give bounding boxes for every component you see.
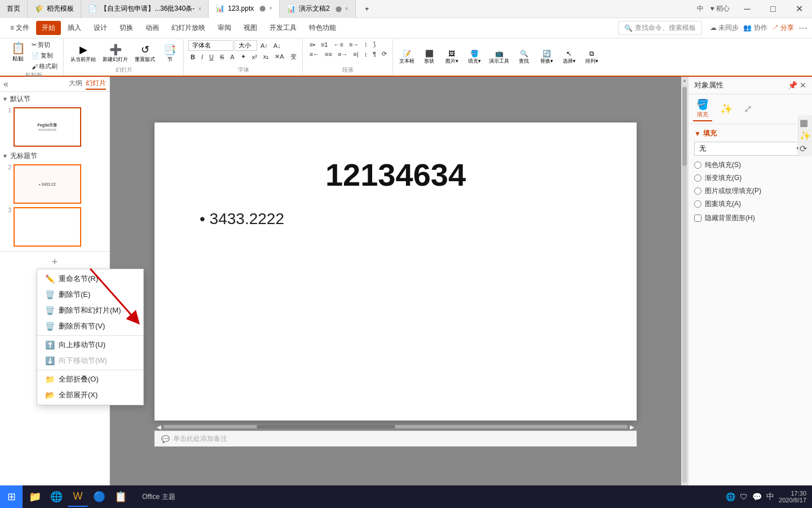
v-scroll-track[interactable] — [682, 86, 687, 483]
slide-2-thumb[interactable]: 2 • 3433.22 — [0, 163, 109, 205]
numbered-list-button[interactable]: ≡1 — [319, 41, 330, 49]
section-1-header[interactable]: ▼ 默认节 — [0, 92, 109, 106]
slide-2-thumbnail[interactable]: • 3433.22 — [14, 164, 81, 204]
taskbar-wechat-icon[interactable]: 💬 — [752, 492, 762, 501]
italic-button[interactable]: I — [199, 53, 205, 61]
size-panel-btn[interactable]: ⤢ — [740, 101, 756, 117]
tab-doc-close-icon[interactable]: × — [198, 6, 201, 12]
present-tools-button[interactable]: 📺 演示工具 — [487, 49, 511, 66]
gradient-fill-option[interactable]: 渐变填充(G) — [694, 173, 806, 183]
paste-button[interactable]: 📋 粘贴 — [8, 40, 28, 64]
ctx-rename[interactable]: ✏️ 重命名节(R) — [37, 271, 143, 287]
collab-btn[interactable]: 👥 协作 — [743, 23, 767, 33]
tab-pptx[interactable]: 📊 123.pptx ⬤ × — [209, 0, 280, 18]
taskbar-explorer[interactable]: 📁 — [25, 487, 45, 507]
strikethrough-button[interactable]: S — [218, 53, 226, 61]
scroll-up-arrow[interactable]: ▲ — [681, 77, 688, 84]
sidebar-collapse-left[interactable]: « — [3, 79, 8, 89]
taskbar-app4[interactable]: 🔵 — [89, 487, 109, 507]
tab-slides[interactable]: 幻灯片 — [86, 78, 106, 90]
close-button[interactable]: ✕ — [786, 0, 812, 18]
close-panel-icon[interactable]: ✕ — [800, 81, 806, 90]
slide-canvas[interactable]: 12134634 3433.2222 — [155, 122, 637, 421]
fill-section-header[interactable]: ▼ 填充 — [694, 129, 806, 138]
pin-icon[interactable]: 📌 — [788, 81, 797, 90]
bullet-list-button[interactable]: ≡• — [307, 41, 317, 49]
taskbar-ie[interactable]: 🌐 — [46, 487, 67, 507]
align-left-button[interactable]: ≡← — [307, 50, 321, 58]
picture-fill-option[interactable]: 图片或纹理填充(P) — [694, 186, 806, 196]
picture-fill-radio[interactable] — [694, 187, 701, 195]
font-size-selector[interactable]: 大小 — [235, 40, 257, 51]
v-scroll-thumb[interactable] — [682, 87, 687, 166]
image-button[interactable]: 🖼 图片▾ — [442, 49, 462, 66]
align-center-button[interactable]: ≡≡ — [323, 50, 334, 58]
decrease-indent-button[interactable]: ←≡ — [332, 41, 346, 49]
line-spacing-button[interactable]: ↕ — [362, 50, 370, 58]
solid-fill-radio[interactable] — [694, 161, 701, 169]
fill-panel-btn[interactable]: 🪣 填充 — [693, 97, 712, 121]
tab-pptx2[interactable]: 📊 演示文稿2 ⬤ × — [280, 0, 356, 18]
tab-pptx2-close-icon[interactable]: × — [345, 6, 348, 12]
subscript-button[interactable]: x₂ — [261, 52, 271, 61]
slide-1-thumb[interactable]: 1 FegSe方形 XXXXXXXX — [0, 106, 109, 148]
tab-outline[interactable]: 大纲 — [69, 78, 82, 90]
menu-animation[interactable]: 动画 — [140, 21, 165, 35]
paragraph-spacing-button[interactable]: ¶ — [370, 50, 378, 58]
slide-1-thumbnail[interactable]: FegSe方形 XXXXXXXX — [14, 107, 81, 147]
replace-button[interactable]: 🔄 替换▾ — [536, 49, 557, 66]
solid-fill-option[interactable]: 纯色填充(S) — [694, 160, 806, 170]
clear-format-button[interactable]: ✕A — [272, 52, 286, 61]
font-name-selector[interactable]: 字体名 — [188, 40, 233, 51]
pattern-fill-radio[interactable] — [694, 200, 701, 208]
share-btn[interactable]: ↗ 分享 — [772, 23, 794, 33]
gradient-fill-radio[interactable] — [694, 174, 701, 182]
start-button[interactable]: ⊞ — [0, 485, 23, 508]
superscript-button[interactable]: x² — [250, 53, 259, 61]
lang-switch[interactable]: 中 — [697, 4, 704, 14]
maximize-button[interactable]: □ — [760, 0, 786, 18]
more-btn[interactable]: ⋯ — [798, 23, 807, 33]
effect-panel-btn[interactable]: ✨ — [717, 101, 736, 117]
menu-view[interactable]: 视图 — [238, 21, 263, 35]
reset-layout-button[interactable]: ↺ 重置版式 — [133, 42, 157, 64]
section-2-header[interactable]: ▼ 无标题节 — [0, 149, 109, 163]
new-tab-button[interactable]: + — [356, 0, 378, 18]
taskbar-antivirus-icon[interactable]: 🛡 — [740, 492, 748, 501]
text-box-button[interactable]: 📝 文本框 — [396, 49, 417, 66]
scroll-left-arrow[interactable]: ◀ — [157, 424, 161, 430]
justify-button[interactable]: ≡| — [351, 50, 360, 58]
highlight-button[interactable]: ✦ — [239, 52, 248, 61]
ctx-delete-section[interactable]: 🗑️ 删除节(E) — [37, 287, 143, 303]
select-button[interactable]: ↖ 选择▾ — [559, 49, 579, 66]
menu-slideshow[interactable]: 幻灯片放映 — [166, 21, 211, 35]
align-right-button[interactable]: ≡→ — [336, 50, 350, 58]
taskbar-input-icon[interactable]: 中 — [766, 492, 774, 502]
tab-template[interactable]: 🌾 稻壳模板 — [28, 0, 81, 18]
ctx-delete-section-slides[interactable]: 🗑️ 删除节和幻灯片(M) — [37, 303, 143, 318]
menu-insert[interactable]: 插入 — [62, 21, 87, 35]
v-scrollbar[interactable]: ▲ ▼ — [681, 77, 688, 492]
pattern-fill-option[interactable]: 图案填充(A) — [694, 199, 806, 209]
menu-design[interactable]: 设计 — [88, 21, 113, 35]
side-icon-1[interactable]: ▦ — [800, 117, 811, 128]
fill-type-dropdown[interactable]: 无 ▼ — [694, 142, 806, 156]
menu-special[interactable]: 特色功能 — [303, 21, 342, 35]
text-direction-button[interactable]: ⟆ — [371, 40, 378, 49]
side-icon-3[interactable]: ⟳ — [800, 143, 811, 154]
font-size-decrease[interactable]: A↓ — [271, 42, 283, 50]
taskbar-wps[interactable]: W — [68, 487, 88, 507]
ctx-move-up[interactable]: ⬆️ 向上移动节(U) — [37, 337, 143, 353]
copy-button[interactable]: 📄 复制 — [29, 51, 60, 60]
h-scroll-thumb[interactable] — [257, 425, 396, 428]
new-slide-button[interactable]: ➕ 新建幻灯片 — [100, 42, 130, 64]
font-color-button[interactable]: A — [228, 53, 236, 61]
word-art-button[interactable]: 变 — [288, 52, 299, 62]
hide-bg-option[interactable]: 隐藏背景图形(H) — [694, 213, 806, 223]
columns-button[interactable]: ⫶ — [362, 41, 370, 49]
ctx-delete-all[interactable]: 🗑️ 删除所有节(V) — [37, 318, 143, 334]
menu-home[interactable]: 开始 — [36, 21, 61, 35]
menu-transition[interactable]: 切换 — [114, 21, 139, 35]
convert-smartart-button[interactable]: ⟳ — [379, 50, 389, 58]
underline-button[interactable]: U — [207, 53, 216, 61]
